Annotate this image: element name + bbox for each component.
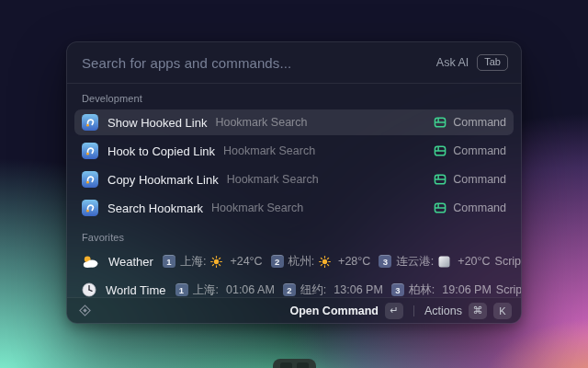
return-key-badge: ↵ [385,303,403,319]
list-item-weather[interactable]: Weather 1 上海: +24°C 2 杭州: +28°C 3 连云港: [74,248,514,274]
item-type-label: Script Command [495,255,521,268]
hotkey-badge: 2 [283,283,296,296]
command-type-icon [434,144,447,157]
hookmark-app-icon [82,143,98,159]
action-bar: Open Command ↵ Actions ⌘ K [67,297,521,323]
command-type-icon [434,173,447,186]
tab-key-badge: Tab [477,54,508,71]
search-input[interactable]: Search for apps and commands... [82,55,291,71]
list-item-copy-hookmark-link[interactable]: Copy Hookmark Link Hookmark Search Comma… [74,167,514,192]
clock-icon [82,282,96,297]
cmd-key-badge: ⌘ [469,303,487,319]
hotkey-badge: 1 [175,283,188,296]
hotkey-badge: 3 [391,283,404,296]
results-list: Development Show Hooked Link Hookmark Se… [67,84,521,297]
section-label-development: Development [74,89,514,109]
section-label-favorites: Favorites [74,224,514,248]
hotkey-badge: 2 [271,255,284,268]
sun-icon [319,256,331,268]
hotkey-badge: 3 [379,255,391,268]
item-type-label: Command [453,201,506,214]
hookmark-app-icon [82,171,98,188]
sun-icon [210,256,222,268]
time-entry: 1 上海: 01:06 AM [175,282,275,298]
open-command-button[interactable]: Open Command [289,305,379,317]
background-window-peek [273,359,316,368]
weather-entry: 1 上海: +24°C [163,254,263,270]
list-item-hook-to-copied-link[interactable]: Hook to Copied Link Hookmark Search Comm… [74,138,514,164]
command-type-icon [434,116,447,129]
time-entry: 2 纽约: 13:06 PM [283,282,383,298]
weather-entry: 3 连云港: +20°C [379,254,490,270]
sun-behind-cloud-icon [82,254,99,269]
list-item-show-hooked-link[interactable]: Show Hooked Link Hookmark Search Command [74,109,514,135]
hotkey-badge: 1 [163,255,175,268]
item-type-label: Command [453,116,506,129]
cloud-icon [438,256,450,268]
item-title: Hook to Copied Link [107,144,215,158]
item-subtitle: Hookmark Search [223,144,315,157]
launcher-window: Search for apps and commands... Ask AI T… [66,41,522,324]
item-title: Copy Hookmark Link [107,173,219,187]
item-title: Show Hooked Link [107,116,207,130]
hookmark-app-icon [82,114,98,131]
item-subtitle: Hookmark Search [227,173,319,186]
ask-ai-button[interactable]: Ask AI [436,56,469,69]
item-type-label: Command [453,173,506,186]
weather-entries: 1 上海: +24°C 2 杭州: +28°C 3 连云港: +20°C [163,254,495,270]
actions-button[interactable]: Actions [424,305,462,317]
time-entry: 3 柏林: 19:06 PM [391,282,492,298]
weather-entry: 2 杭州: +28°C [271,254,371,270]
item-subtitle: Hookmark Search [211,201,303,214]
item-subtitle: Hookmark Search [215,116,307,129]
list-item-search-hookmark[interactable]: Search Hookmark Hookmark Search Command [74,195,514,221]
world-time-entries: 1 上海: 01:06 AM 2 纽约: 13:06 PM 3 柏林: 19:0… [175,282,496,298]
hookmark-app-icon [82,200,98,216]
list-item-world-time[interactable]: World Time 1 上海: 01:06 AM 2 纽约: 13:06 PM… [74,277,514,297]
item-title: Weather [108,255,153,269]
item-type-label: Script Command [496,283,521,296]
k-key-badge: K [493,303,512,319]
command-type-icon [434,201,447,214]
search-bar: Search for apps and commands... Ask AI T… [67,42,521,84]
item-type-label: Command [453,144,506,157]
item-title: Search Hookmark [107,201,203,215]
footer-divider [413,305,414,316]
item-title: World Time [106,283,166,297]
raycast-logo-icon [78,304,92,317]
